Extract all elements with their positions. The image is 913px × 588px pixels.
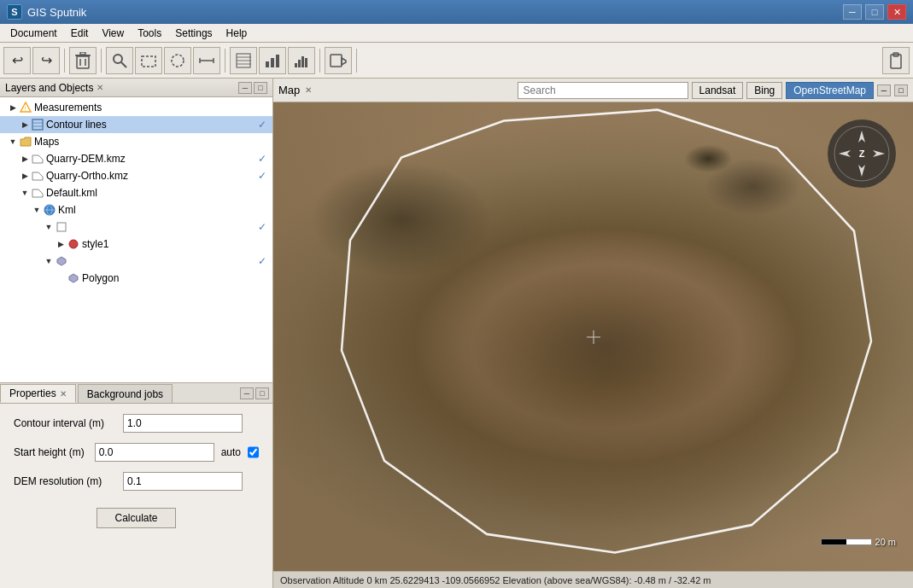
measurements-icon: !: [19, 101, 32, 114]
tab-background-jobs[interactable]: Background jobs: [78, 384, 173, 403]
kml-sub-check: ✓: [255, 220, 269, 234]
title-bar: S GIS Sputnik ─ □ ✕: [0, 0, 913, 24]
kml-globe-icon: [43, 203, 56, 217]
compass[interactable]: Z: [828, 119, 896, 188]
quarry-dem-label: Quarry-DEM.kmz: [46, 153, 255, 165]
properties-panel: Properties ✕ Background jobs ─ □ Contour…: [0, 383, 272, 588]
title-bar-controls: ─ □ ✕: [843, 4, 906, 20]
menu-tools[interactable]: Tools: [131, 26, 168, 41]
minimize-button[interactable]: ─: [843, 4, 862, 20]
maximize-button[interactable]: □: [865, 4, 884, 20]
tree-item-kml-sub[interactable]: ▼ ✓: [0, 218, 272, 236]
quarry-ortho-check: ✓: [255, 169, 269, 183]
map-canvas[interactable]: Z 20 m: [273, 102, 913, 571]
close-button[interactable]: ✕: [887, 4, 906, 20]
menu-settings[interactable]: Settings: [168, 26, 219, 41]
openstreetmap-button[interactable]: OpenStreetMap: [786, 82, 874, 99]
tab-properties[interactable]: Properties ✕: [0, 384, 76, 403]
contour-interval-input[interactable]: [123, 414, 243, 433]
menu-document[interactable]: Document: [3, 26, 64, 41]
svg-rect-19: [295, 63, 297, 67]
maps-folder-icon: [19, 135, 32, 148]
svg-text:!: !: [25, 106, 26, 112]
svg-point-35: [69, 240, 78, 248]
toolbar: ↩ ↪: [0, 43, 913, 79]
tree-item-polygon[interactable]: Polygon: [0, 270, 272, 287]
svg-rect-18: [276, 55, 279, 67]
scale-bar: 20 m: [821, 537, 896, 547]
properties-tab-close-icon[interactable]: ✕: [60, 389, 67, 399]
kml-sub-icon: [55, 220, 68, 234]
status-text: Observation Altitude 0 km 25.6229413 -10…: [280, 575, 711, 585]
tree-item-kml[interactable]: ▼ Kml: [0, 201, 272, 218]
svg-marker-42: [858, 165, 865, 177]
scale-label: 20 m: [875, 537, 896, 547]
histogram-button[interactable]: [288, 47, 315, 74]
maps-label: Maps: [34, 136, 272, 148]
tree-item-quarry-dem[interactable]: ▶ Quarry-DEM.kmz ✓: [0, 150, 272, 167]
map-header: Map ✕ Landsat Bing OpenStreetMap ─ □: [273, 79, 913, 102]
delete-button[interactable]: [69, 47, 97, 74]
expand-kml-icon: ▼: [31, 204, 43, 216]
layers-panel: Layers and Objects ✕ ─ □ ▶ ! Measurement…: [0, 79, 272, 383]
svg-rect-22: [305, 58, 307, 67]
expand-style1-icon: ▶: [55, 238, 67, 250]
tree-item-quarry-ortho[interactable]: ▶ Quarry-Ortho.kmz ✓: [0, 167, 272, 184]
svg-point-8: [172, 55, 184, 67]
tree-item-maps[interactable]: ▼ Maps: [0, 133, 272, 150]
select-rect-button[interactable]: [135, 47, 162, 74]
polygon-parent-check: ✓: [255, 254, 269, 268]
layers-expand-button[interactable]: □: [254, 82, 267, 94]
map-header-left: Map ✕: [278, 84, 312, 96]
main-layout: Layers and Objects ✕ ─ □ ▶ ! Measurement…: [0, 79, 913, 588]
layers-close-icon[interactable]: ✕: [97, 83, 103, 92]
auto-checkbox[interactable]: [248, 446, 259, 458]
tree-item-style1[interactable]: ▶ style1: [0, 236, 272, 253]
map-expand-button[interactable]: □: [894, 84, 908, 96]
bar-chart-button[interactable]: [259, 47, 286, 74]
properties-tabs: Properties ✕ Background jobs ─ □: [0, 383, 272, 404]
toolbar-sep-3: [225, 49, 225, 73]
toolbar-sep-2: [101, 49, 102, 73]
svg-marker-36: [57, 257, 66, 265]
measure-button[interactable]: [193, 47, 220, 74]
menu-edit[interactable]: Edit: [64, 26, 96, 41]
clipboard-button[interactable]: [882, 47, 910, 74]
scale-bar-inner: 20 m: [821, 537, 896, 547]
dem-resolution-input[interactable]: [123, 472, 243, 491]
menu-help[interactable]: Help: [219, 26, 255, 41]
landsat-button[interactable]: Landsat: [692, 82, 744, 99]
title-bar-left: S GIS Sputnik: [7, 4, 86, 20]
select-circle-button[interactable]: [164, 47, 191, 74]
style1-icon: [67, 237, 80, 251]
svg-text:Z: Z: [859, 148, 865, 159]
menu-view[interactable]: View: [95, 26, 131, 41]
bing-button[interactable]: Bing: [746, 82, 782, 99]
layers-tree: ▶ ! Measurements ▶ Contour lines ✓: [0, 97, 272, 382]
start-height-input[interactable]: [95, 443, 214, 462]
layers-panel-title: Layers and Objects: [5, 82, 93, 94]
svg-line-6: [121, 62, 126, 67]
map-close-icon[interactable]: ✕: [305, 85, 312, 95]
hatch-button[interactable]: [230, 47, 257, 74]
expand-quarry-dem-icon: ▶: [19, 153, 31, 165]
undo-button[interactable]: ↩: [3, 47, 31, 74]
video-button[interactable]: [325, 47, 352, 74]
tree-item-contour-lines[interactable]: ▶ Contour lines ✓: [0, 116, 272, 133]
search-button[interactable]: [106, 47, 133, 74]
layers-collapse-button[interactable]: ─: [238, 82, 252, 94]
svg-rect-34: [57, 223, 66, 231]
compass-inner: Z: [832, 124, 892, 183]
map-search-input[interactable]: [518, 82, 688, 99]
calculate-button[interactable]: Calculate: [97, 508, 175, 528]
tree-item-default-kml[interactable]: ▼ Default.kml: [0, 184, 272, 201]
app-title: GIS Sputnik: [27, 6, 86, 19]
properties-collapse-button[interactable]: ─: [240, 387, 254, 399]
map-collapse-button[interactable]: ─: [877, 84, 891, 96]
tree-item-polygon-parent[interactable]: ▼ ✓: [0, 253, 272, 270]
quarry-ortho-icon: [31, 169, 44, 183]
properties-expand-button[interactable]: □: [255, 387, 269, 399]
tree-item-measurements[interactable]: ▶ ! Measurements: [0, 99, 272, 116]
svg-marker-41: [873, 150, 885, 157]
redo-button[interactable]: ↪: [32, 47, 60, 74]
